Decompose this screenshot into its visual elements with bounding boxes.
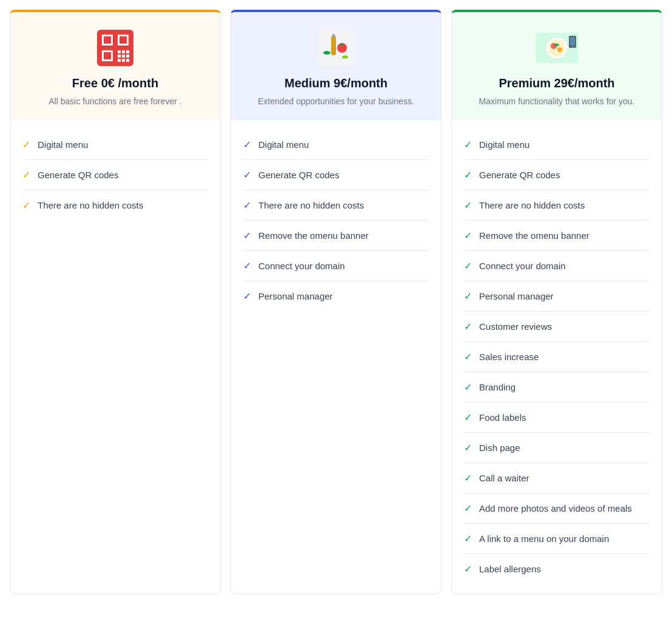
svg-point-27	[557, 47, 562, 52]
svg-point-28	[554, 44, 559, 47]
plan-icon-premium	[536, 27, 578, 69]
checkmark-icon: ✓	[464, 290, 472, 302]
plan-features-premium: ✓Digital menu✓Generate QR codes✓There ar…	[452, 120, 662, 594]
svg-rect-14	[126, 55, 129, 58]
feature-label: Generate QR codes	[258, 169, 339, 181]
checkmark-icon: ✓	[464, 563, 472, 575]
feature-label: Digital menu	[258, 138, 309, 151]
svg-point-25	[548, 39, 565, 56]
svg-rect-2	[104, 36, 111, 44]
list-item: ✓Dish page	[464, 433, 650, 463]
checkmark-icon: ✓	[22, 199, 30, 211]
list-item: ✓Call a waiter	[464, 463, 650, 493]
list-item: ✓Digital menu	[464, 130, 650, 160]
svg-rect-9	[118, 55, 121, 58]
feature-label: Personal manager	[258, 290, 333, 303]
feature-label: There are no hidden costs	[38, 199, 143, 212]
svg-rect-20	[341, 43, 343, 45]
svg-rect-10	[122, 55, 125, 58]
plan-card-medium: Medium 9€/monthExtended opportunities fo…	[230, 10, 442, 594]
checkmark-icon: ✓	[464, 533, 472, 544]
checkmark-icon: ✓	[464, 503, 472, 514]
plan-header-medium: Medium 9€/monthExtended opportunities fo…	[231, 12, 441, 120]
svg-rect-18	[332, 34, 335, 37]
list-item: ✓Connect your domain	[464, 251, 650, 281]
feature-label: Connect your domain	[479, 259, 566, 272]
plan-header-free: Free 0€ /monthAll basic functions are fr…	[10, 12, 220, 120]
plan-title-free: Free 0€ /month	[22, 76, 208, 90]
checkmark-icon: ✓	[464, 351, 472, 363]
feature-label: There are no hidden costs	[479, 199, 585, 212]
list-item: ✓Sales increase	[464, 342, 650, 372]
plan-card-premium: Premium 29€/monthMaximum functionality t…	[451, 10, 662, 594]
feature-label: Generate QR codes	[479, 169, 560, 181]
feature-label: Remove the omenu banner	[479, 229, 590, 242]
plan-icon-free	[94, 27, 136, 69]
list-item: ✓Digital menu	[22, 130, 208, 160]
svg-rect-7	[118, 50, 121, 53]
feature-label: Generate QR codes	[38, 169, 118, 181]
checkmark-icon: ✓	[243, 199, 251, 211]
checkmark-icon: ✓	[464, 381, 472, 393]
checkmark-icon: ✓	[464, 230, 472, 241]
feature-label: Customer reviews	[479, 320, 552, 333]
list-item: ✓Add more photos and videos of meals	[464, 493, 650, 524]
feature-label: Connect your domain	[258, 259, 345, 272]
checkmark-icon: ✓	[464, 139, 472, 150]
svg-rect-4	[119, 36, 127, 44]
feature-label: Label allergens	[479, 563, 541, 575]
feature-label: Remove the omenu banner	[258, 229, 369, 242]
list-item: ✓There are no hidden costs	[243, 190, 429, 221]
checkmark-icon: ✓	[243, 230, 251, 241]
list-item: ✓Connect your domain	[243, 251, 429, 281]
checkmark-icon: ✓	[464, 260, 472, 272]
checkmark-icon: ✓	[464, 199, 472, 211]
feature-label: Call a waiter	[479, 472, 529, 484]
list-item: ✓Remove the omenu banner	[464, 221, 650, 251]
checkmark-icon: ✓	[464, 169, 472, 181]
list-item: ✓Personal manager	[243, 281, 429, 311]
list-item: ✓There are no hidden costs	[22, 190, 208, 220]
svg-rect-11	[118, 59, 121, 62]
feature-label: A link to a menu on your domain	[479, 532, 609, 545]
list-item: ✓Branding	[464, 372, 650, 403]
checkmark-icon: ✓	[243, 290, 251, 302]
plan-features-medium: ✓Digital menu✓Generate QR codes✓There ar…	[231, 120, 441, 321]
feature-label: Branding	[479, 381, 516, 393]
plan-card-free: Free 0€ /monthAll basic functions are fr…	[10, 10, 221, 594]
svg-rect-15	[126, 59, 129, 62]
svg-rect-8	[122, 50, 125, 53]
feature-label: Food labels	[479, 411, 526, 424]
plan-header-premium: Premium 29€/monthMaximum functionality t…	[452, 12, 662, 120]
plan-title-premium: Premium 29€/month	[464, 76, 650, 90]
list-item: ✓Digital menu	[243, 130, 429, 160]
feature-label: There are no hidden costs	[258, 199, 364, 212]
list-item: ✓A link to a menu on your domain	[464, 524, 650, 554]
list-item: ✓Generate QR codes	[243, 160, 429, 190]
list-item: ✓Remove the omenu banner	[243, 221, 429, 251]
feature-label: Digital menu	[38, 138, 88, 151]
svg-rect-17	[331, 36, 336, 55]
plan-icon-medium	[315, 27, 357, 69]
plan-subtitle-premium: Maximum functionality that works for you…	[464, 95, 650, 108]
checkmark-icon: ✓	[243, 169, 251, 181]
pricing-grid: Free 0€ /monthAll basic functions are fr…	[10, 10, 662, 594]
list-item: ✓Generate QR codes	[22, 160, 208, 190]
feature-label: Dish page	[479, 441, 520, 454]
checkmark-icon: ✓	[22, 139, 30, 150]
checkmark-icon: ✓	[464, 412, 472, 423]
checkmark-icon: ✓	[22, 169, 30, 181]
svg-rect-6	[104, 52, 111, 59]
svg-point-22	[342, 56, 348, 59]
checkmark-icon: ✓	[464, 321, 472, 332]
svg-point-31	[572, 46, 573, 47]
list-item: ✓Personal manager	[464, 281, 650, 312]
checkmark-icon: ✓	[464, 442, 472, 453]
checkmark-icon: ✓	[464, 472, 472, 484]
svg-rect-30	[570, 37, 575, 45]
plan-title-medium: Medium 9€/month	[243, 76, 429, 90]
feature-label: Add more photos and videos of meals	[479, 502, 632, 515]
plan-features-free: ✓Digital menu✓Generate QR codes✓There ar…	[10, 120, 220, 230]
feature-label: Digital menu	[479, 138, 529, 151]
plan-subtitle-medium: Extended opportunities for your business…	[243, 95, 429, 108]
